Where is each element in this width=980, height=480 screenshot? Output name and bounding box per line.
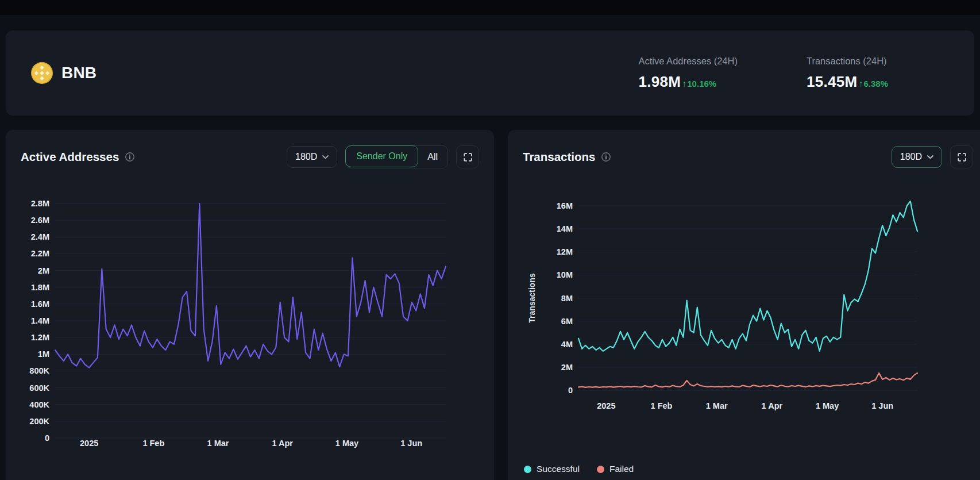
charts-row: Active Addresses 180D xyxy=(6,130,980,480)
range-label: 180D xyxy=(900,152,922,162)
svg-text:2M: 2M xyxy=(561,363,573,372)
asset-title: BNB xyxy=(61,64,97,82)
stat-transactions-24h: Transactions (24H) 15.45M 6.38% xyxy=(807,56,888,91)
svg-text:2M: 2M xyxy=(38,266,49,275)
svg-text:2.2M: 2.2M xyxy=(31,249,49,258)
stat-value: 1.98M xyxy=(639,73,681,91)
svg-text:800K: 800K xyxy=(29,366,49,375)
top-strip xyxy=(0,0,980,15)
stat-change: 6.38% xyxy=(863,79,888,89)
svg-text:0: 0 xyxy=(45,433,49,443)
fullscreen-button[interactable] xyxy=(456,145,479,168)
legend-label: Failed xyxy=(609,464,634,474)
chevron-down-icon xyxy=(322,155,329,159)
svg-text:16M: 16M xyxy=(557,201,573,210)
legend-item-successful[interactable]: Successful xyxy=(524,464,580,474)
svg-text:2.6M: 2.6M xyxy=(31,216,49,225)
asset-identity: BNB xyxy=(31,62,97,84)
svg-text:0: 0 xyxy=(568,386,573,395)
svg-text:8M: 8M xyxy=(561,294,573,303)
svg-text:1.6M: 1.6M xyxy=(31,299,49,309)
svg-text:4M: 4M xyxy=(561,340,573,349)
svg-text:2.4M: 2.4M xyxy=(31,232,49,241)
svg-text:1 Mar: 1 Mar xyxy=(706,401,728,410)
active-addresses-card: Active Addresses 180D xyxy=(6,130,494,480)
svg-text:600K: 600K xyxy=(29,383,49,393)
svg-text:1.2M: 1.2M xyxy=(31,333,49,342)
svg-text:14M: 14M xyxy=(557,224,573,233)
chart-title: Active Addresses xyxy=(21,150,119,164)
svg-text:1 Apr: 1 Apr xyxy=(762,401,783,410)
transactions-card: Transactions 180D xyxy=(508,130,980,480)
info-icon[interactable] xyxy=(601,152,611,162)
svg-text:2025: 2025 xyxy=(597,401,615,410)
range-label: 180D xyxy=(295,152,317,162)
fullscreen-icon xyxy=(463,152,473,162)
stat-value: 15.45M xyxy=(807,73,858,91)
range-dropdown[interactable]: 180D xyxy=(287,146,337,168)
bnb-logo-icon xyxy=(31,62,53,84)
transactions-chart[interactable]: 02M4M6M8M10M12M14M16M20251 Feb1 Mar1 Apr… xyxy=(523,178,973,411)
chevron-down-icon xyxy=(927,155,933,159)
header-stats: Active Addresses (24H) 1.98M 10.16% Tran… xyxy=(639,56,888,91)
page: BNB Active Addresses (24H) 1.98M 10.16% … xyxy=(0,15,980,480)
legend-dot xyxy=(524,466,531,473)
chart-legend: Successful Failed xyxy=(523,464,973,474)
svg-text:1 Apr: 1 Apr xyxy=(272,439,293,448)
svg-text:1 May: 1 May xyxy=(816,401,839,410)
svg-text:200K: 200K xyxy=(29,417,49,426)
asset-header-card: BNB Active Addresses (24H) 1.98M 10.16% … xyxy=(6,30,974,116)
fullscreen-button[interactable] xyxy=(950,145,973,168)
svg-text:12M: 12M xyxy=(557,247,573,256)
stat-label: Transactions (24H) xyxy=(807,56,888,67)
svg-text:Transactions: Transactions xyxy=(527,273,537,323)
active-addresses-chart[interactable]: 0200K400K600K800K1M1.2M1.4M1.6M1.8M2M2.2… xyxy=(21,178,479,448)
chart-title: Transactions xyxy=(523,150,595,164)
stat-label: Active Addresses (24H) xyxy=(639,56,738,67)
svg-text:2025: 2025 xyxy=(80,439,98,448)
svg-text:1 Jun: 1 Jun xyxy=(400,439,422,448)
svg-text:1 May: 1 May xyxy=(335,439,358,448)
range-dropdown[interactable]: 180D xyxy=(892,146,942,168)
svg-text:1 Feb: 1 Feb xyxy=(142,439,164,448)
svg-text:1 Jun: 1 Jun xyxy=(871,401,893,410)
svg-text:1.4M: 1.4M xyxy=(31,316,49,325)
stat-active-addresses-24h: Active Addresses (24H) 1.98M 10.16% xyxy=(639,56,738,91)
svg-text:1 Feb: 1 Feb xyxy=(651,401,673,410)
legend-label: Successful xyxy=(537,464,580,474)
svg-text:1M: 1M xyxy=(38,350,49,359)
svg-text:1 Mar: 1 Mar xyxy=(207,439,229,448)
stat-change: 10.16% xyxy=(687,79,716,89)
legend-item-failed[interactable]: Failed xyxy=(597,464,634,474)
toggle-sender-only[interactable]: Sender Only xyxy=(345,145,418,167)
fullscreen-icon xyxy=(957,152,967,162)
svg-text:2.8M: 2.8M xyxy=(31,199,49,208)
up-arrow-icon xyxy=(681,79,686,89)
svg-text:6M: 6M xyxy=(561,317,573,326)
info-icon[interactable] xyxy=(125,152,135,162)
legend-dot xyxy=(597,466,604,473)
sender-filter-toggle: Sender Only All xyxy=(345,145,448,168)
up-arrow-icon xyxy=(857,79,863,89)
svg-text:1.8M: 1.8M xyxy=(31,283,49,292)
svg-text:400K: 400K xyxy=(29,400,49,409)
toggle-all[interactable]: All xyxy=(418,146,447,168)
svg-text:10M: 10M xyxy=(557,270,573,279)
